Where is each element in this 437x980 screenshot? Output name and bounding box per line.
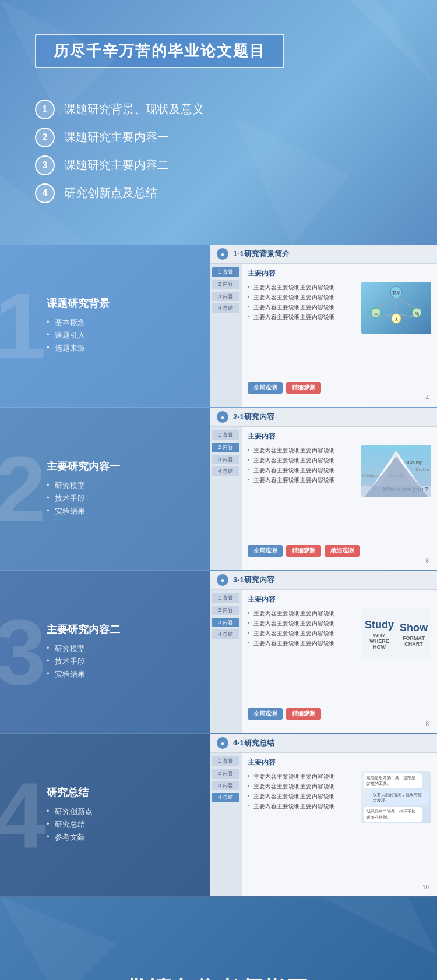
panel-btn-1[interactable]: 精细观测 [286,545,321,557]
panel-section-title-1: 课题研究背景 [47,296,192,310]
nav-item-1[interactable]: 2 内容 [212,606,239,615]
text-item-2: 主要内容主要说明主要内容说明 [248,629,357,638]
panel-right-header-3: ● 3-1研究内容 [210,571,437,590]
svg-text:天: 天 [374,312,378,316]
title-slide: 历尽千辛万苦的毕业论文题目 1 课题研究背景、现状及意义 2 课题研究主要内容一… [0,0,437,245]
panel-text-list: 主要内容主要说明主要内容说明主要内容主要说明主要内容说明主要内容主要说明主要内容… [248,608,357,705]
nav-item-3[interactable]: 4 总结 [212,629,239,639]
nav-item-1[interactable]: 2 内容 [212,280,239,289]
panel-content-area: 主要内容主要说明主要内容说明主要内容主要说明主要内容说明主要内容主要说明主要内容… [248,771,431,879]
nav-item-3[interactable]: 4 总结 [212,303,239,313]
panel-header-icon: ● [217,411,228,423]
text-item-1: 主要内容主要说明主要内容说明 [248,783,357,791]
nav-item-1[interactable]: 2 内容 [212,443,239,452]
panel-btn-0[interactable]: 全局观测 [248,545,283,557]
panel-main-content: 主要内容 主要内容主要说明主要内容说明主要内容主要说明主要内容说明主要内容主要说… [242,590,437,733]
title-box: 历尽千辛万苦的毕业论文题目 [35,34,284,68]
text-item-0: 主要内容主要说明主要内容说明 [248,610,357,618]
svg-line-8 [376,298,396,308]
panel-right-1: ● 1-1研究背景简介 1 背景2 内容3 内容4 总结 主要内容 主要内容主要… [210,245,437,407]
toc-number-3: 3 [35,155,55,175]
panel-left-3: 3 主要研究内容二 研究模型技术手段实验结果 [0,571,210,733]
panel-section-title-2: 主要研究内容一 [47,459,192,473]
bullet-0: 研究创新点 [47,806,192,817]
panel-page-number: 4 [248,394,431,402]
panel-btn-0[interactable]: 全局观测 [248,382,283,394]
nav-item-2[interactable]: 3 内容 [212,455,239,465]
panel-image: Growth Initiation Decline Maturity Where… [361,445,431,497]
bullet-0: 基本概念 [47,317,192,328]
panel-content-1: 课题研究背景 基本概念课题引入选题来源 [17,296,192,356]
text-item-3: 主要内容主要说明主要内容说明 [248,639,357,648]
bullet-2: 实验结果 [47,506,192,516]
panel-page-number: 8 [248,720,431,728]
panel-content-4: 研究总结 研究创新点研究总结参考文献 [17,786,192,845]
panel-right-body: 1 背景2 内容3 内容4 总结 主要内容 主要内容主要说明主要内容说明主要内容… [210,753,437,896]
network-image: 卫星 天 人 地 [361,282,431,334]
panel-section-title-4: 研究总结 [47,786,192,799]
panel-right-3: ● 3-1研究内容 1 背景2 内容3 内容4 总结 主要内容 主要内容主要说明… [210,571,437,733]
toc-list: 1 课题研究背景、现状及意义 2 课题研究主要内容一 3 课题研究主要内容二 4… [35,91,204,211]
text-item-1: 主要内容主要说明主要内容说明 [248,457,357,465]
panel-header-icon: ● [217,737,228,749]
panel-right-body: 1 背景2 内容3 内容4 总结 主要内容 主要内容主要说明主要内容说明主要内容… [210,427,437,570]
panel-btn-2[interactable]: 精细观测 [325,545,360,557]
nav-item-0[interactable]: 1 背景 [212,756,239,766]
toc-item-3: 3 课题研究主要内容二 [35,155,204,175]
slide-panel-1: 1 课题研究背景 基本概念课题引入选题来源 ● 1-1研究背景简介 1 背景2 … [0,245,437,408]
panel-header-icon: ● [217,248,228,260]
bullet-0: 研究模型 [47,643,192,654]
panel-image: Study WHYWHEREHOW Show FORMATCHART [361,608,431,660]
panel-btn-1[interactable]: 精细观测 [286,708,321,720]
final-slide: 敬请各位老师指正 谢谢 [0,897,437,980]
panel-content-area: 主要内容主要说明主要内容说明主要内容主要说明主要内容说明主要内容主要说明主要内容… [248,445,431,542]
nav-item-3[interactable]: 4 总结 [212,793,239,802]
nav-item-2[interactable]: 3 内容 [212,292,239,302]
panel-buttons: 全局观测精细观测精细观测 [248,545,431,557]
bullet-0: 研究模型 [47,480,192,491]
panel-left-1: 1 课题研究背景 基本概念课题引入选题来源 [0,245,210,407]
panel-main-title: 主要内容 [248,268,431,278]
svg-line-10 [396,298,417,308]
text-item-1: 主要内容主要说明主要内容说明 [248,620,357,628]
bullet-2: 实验结果 [47,669,192,680]
main-title: 历尽千辛万苦的毕业论文题目 [54,41,266,61]
panel-btn-0[interactable]: 全局观测 [248,708,283,720]
panel-header-title: 4-1研究总结 [233,738,274,748]
text-item-3: 主要内容主要说明主要内容说明 [248,802,357,811]
bullet-1: 技术手段 [47,493,192,504]
panel-sidebar-nav: 1 背景2 内容3 内容4 总结 [210,427,242,570]
panel-main-title: 主要内容 [248,595,431,604]
panel-right-2: ● 2-1研究内容 1 背景2 内容3 内容4 总结 主要内容 主要内容主要说明… [210,408,437,570]
nav-item-0[interactable]: 1 背景 [212,430,239,440]
panels-container: 1 课题研究背景 基本概念课题引入选题来源 ● 1-1研究背景简介 1 背景2 … [0,245,437,897]
nav-item-2[interactable]: 3 内容 [212,618,239,628]
panel-buttons: 全局观测精细观测 [248,382,431,394]
panel-page-number: 10 [248,883,431,891]
toc-number-2: 2 [35,128,55,147]
nav-item-2[interactable]: 3 内容 [212,781,239,791]
slide-panel-2: 2 主要研究内容一 研究模型技术手段实验结果 ● 2-1研究内容 1 背景2 内… [0,408,437,571]
slide-panel-3: 3 主要研究内容二 研究模型技术手段实验结果 ● 3-1研究内容 1 背景2 内… [0,571,437,734]
bullet-2: 参考文献 [47,832,192,843]
text-item-0: 主要内容主要说明主要内容说明 [248,773,357,781]
panel-header-title: 1-1研究背景简介 [233,249,290,259]
panel-btn-1[interactable]: 精细观测 [286,382,321,394]
bullet-1: 研究总结 [47,819,192,830]
toc-text-3: 课题研究主要内容二 [64,157,169,173]
nav-item-1[interactable]: 2 内容 [212,769,239,779]
panel-text-list: 主要内容主要说明主要内容说明主要内容主要说明主要内容说明主要内容主要说明主要内容… [248,445,357,542]
toc-text-4: 研究创新点及总结 [64,185,157,201]
nav-item-0[interactable]: 1 背景 [212,267,239,277]
nav-item-0[interactable]: 1 背景 [212,593,239,603]
panel-header-title: 3-1研究内容 [233,575,274,585]
study-image: Study WHYWHEREHOW Show FORMATCHART [361,608,431,660]
panel-content-area: 主要内容主要说明主要内容说明主要内容主要说明主要内容说明主要内容主要说明主要内容… [248,608,431,705]
panel-main-title: 主要内容 [248,431,431,441]
toc-text-2: 课题研究主要内容一 [64,129,169,145]
toc-number-1: 1 [35,100,55,119]
nav-item-3[interactable]: 4 总结 [212,466,239,476]
text-item-1: 主要内容主要说明主要内容说明 [248,293,357,302]
panel-header-title: 2-1研究内容 [233,412,274,422]
svg-text:地: 地 [414,312,419,316]
